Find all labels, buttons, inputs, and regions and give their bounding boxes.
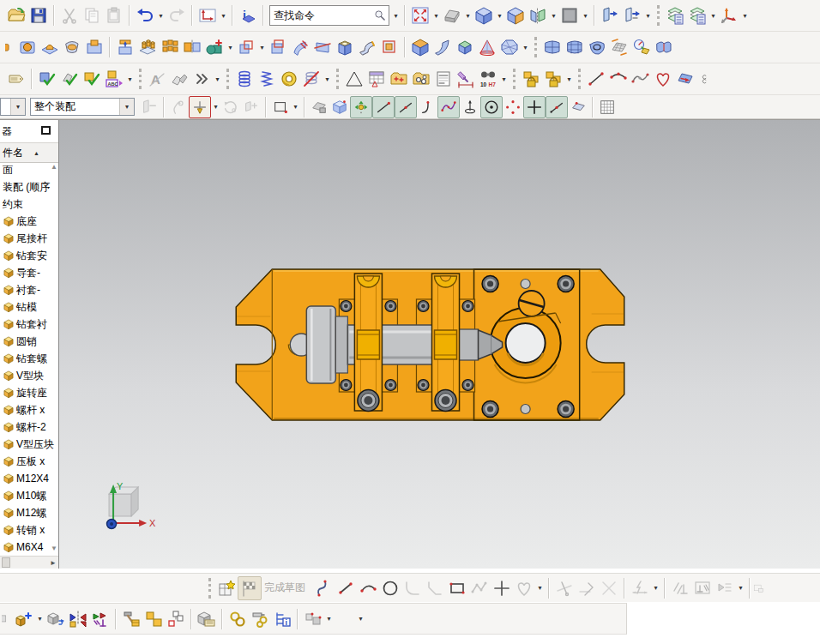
dropdown-arrow[interactable]: ▾ (35, 615, 45, 623)
dropdown-arrow[interactable]: ▾ (581, 12, 590, 20)
dropdown-arrow[interactable]: ▾ (323, 75, 332, 83)
ruled-blade-button[interactable] (431, 36, 454, 58)
toolbar-drag-handle[interactable] (139, 69, 142, 89)
interpart-navigator-button[interactable] (139, 97, 160, 117)
assembly-constraints-button[interactable] (89, 608, 112, 630)
search-icon[interactable] (373, 9, 387, 22)
navigator-item[interactable]: 装配 (顺序 (0, 178, 58, 196)
undo-button[interactable] (134, 4, 156, 27)
scroll-up-icon[interactable]: ▲ (51, 164, 57, 171)
pattern-feature-button[interactable] (159, 36, 181, 58)
draft-analysis-button[interactable]: A (146, 68, 168, 90)
studio-spline-button[interactable] (630, 68, 652, 90)
dropdown-arrow[interactable]: ▾ (324, 615, 334, 623)
selection-filter-button[interactable] (189, 96, 211, 118)
toolbar-drag-handle[interactable] (513, 69, 516, 89)
snap-tangent-point-button[interactable] (417, 97, 437, 117)
snap-point-on-curve-button[interactable] (546, 96, 568, 118)
sketch-line-button[interactable] (335, 577, 357, 599)
dimension-style-button[interactable] (455, 68, 477, 90)
blend-clipped-button[interactable] (5, 36, 16, 58)
dropdown-arrow[interactable]: ▾ (226, 44, 235, 51)
part-family-table-button[interactable] (365, 68, 388, 90)
dropdown-arrow[interactable]: ▾ (213, 75, 222, 83)
chamfer-button[interactable] (409, 36, 431, 58)
sketch-circle-button[interactable] (379, 577, 401, 599)
wave-interpart-copy-button[interactable] (249, 608, 271, 630)
navigator-item[interactable]: V型块 (0, 367, 58, 384)
dropdown-arrow[interactable]: ▾ (431, 12, 441, 20)
clipping-cube-button[interactable] (329, 97, 350, 117)
dropdown-arrow[interactable]: ▾ (535, 584, 545, 592)
snap-midpoint-button[interactable] (395, 96, 417, 118)
layer-settings-button[interactable] (664, 4, 686, 27)
dropdown-arrow[interactable]: ▾ (521, 44, 530, 51)
horizontal-scrollbar[interactable]: ► (0, 556, 58, 569)
basic-line-button[interactable] (585, 68, 607, 90)
make-corner-button[interactable] (598, 577, 620, 599)
navigator-item[interactable]: 钻套安 (0, 247, 58, 264)
check-section-button[interactable] (58, 68, 81, 90)
hole-series-button[interactable] (410, 68, 432, 90)
snap-endpoint-button[interactable] (372, 96, 395, 118)
examine-geometry-button[interactable] (36, 68, 58, 90)
boss-button[interactable] (39, 36, 61, 58)
dropdown-arrow[interactable]: ▾ (463, 12, 473, 20)
sketch-spline-button[interactable] (513, 577, 535, 599)
copy-button[interactable] (81, 4, 103, 27)
finish-sketch-button[interactable] (238, 576, 262, 600)
through-mesh-button[interactable] (564, 36, 586, 58)
instance-array-button[interactable] (136, 36, 159, 58)
navigator-item[interactable]: 导套- (0, 264, 58, 281)
view-isometric-button[interactable] (473, 4, 495, 27)
profile-button[interactable] (312, 577, 335, 599)
component-group-button[interactable] (142, 608, 165, 630)
sketch-fillet-button[interactable] (401, 577, 424, 599)
cone-button[interactable] (476, 36, 498, 58)
coil-button[interactable] (233, 68, 256, 90)
n-sided-surface-button[interactable] (586, 36, 608, 58)
fit-view-button[interactable] (409, 4, 431, 27)
move-component-button[interactable] (45, 608, 67, 630)
redo-button[interactable] (166, 4, 188, 27)
snap-intersection-button[interactable] (523, 96, 546, 118)
navigator-item[interactable]: 钻套衬 (0, 316, 58, 333)
toolbar-drag-handle[interactable] (657, 5, 660, 26)
check-solid-button[interactable] (81, 68, 103, 90)
navigator-item[interactable]: 转销 x (0, 521, 58, 539)
pocket-button[interactable] (61, 36, 83, 58)
dropdown-arrow[interactable]: ▾ (391, 12, 401, 20)
assembly-information-button[interactable]: i (237, 4, 259, 27)
scroll-down-icon[interactable]: ▼ (51, 545, 57, 552)
annotation-note-button[interactable] (5, 68, 27, 90)
hole-button[interactable] (16, 36, 39, 58)
half-section-button[interactable] (504, 4, 527, 27)
point-group-button[interactable] (388, 68, 410, 90)
swept-surface-button[interactable] (608, 36, 630, 58)
open-button[interactable] (5, 4, 27, 27)
drag-component-button[interactable] (241, 97, 262, 117)
lock-position-button[interactable] (520, 68, 542, 90)
sew-surface-button[interactable] (653, 36, 675, 58)
tapered-body-button[interactable] (454, 36, 476, 58)
exploded-view-button[interactable] (120, 608, 142, 630)
maximize-icon[interactable] (41, 126, 51, 135)
display-style-button[interactable] (558, 4, 581, 27)
navigator-item[interactable]: 钻模 (0, 298, 58, 316)
component-tag-button[interactable] (196, 608, 218, 630)
snap-point-on-face-button[interactable] (568, 97, 588, 117)
washer-button[interactable] (278, 68, 300, 90)
type-filter-select[interactable]: ▾ (0, 98, 26, 116)
move-component-hand-button[interactable] (168, 97, 189, 117)
mirror-feature-button[interactable] (181, 36, 203, 58)
subtract-button[interactable] (267, 36, 289, 58)
rotate-component-button[interactable] (220, 97, 241, 117)
curve-analysis-button[interactable] (630, 36, 653, 58)
triangle-prism-button[interactable] (343, 68, 365, 90)
toolbar-drag-handle[interactable] (534, 37, 537, 57)
face-analysis-button[interactable] (168, 68, 190, 90)
clipped-left-button[interactable] (2, 608, 13, 630)
dropdown-arrow[interactable]: ▾ (643, 12, 653, 20)
parallel-constraint-button[interactable] (669, 577, 691, 599)
degrees-of-freedom-button[interactable] (302, 608, 324, 630)
